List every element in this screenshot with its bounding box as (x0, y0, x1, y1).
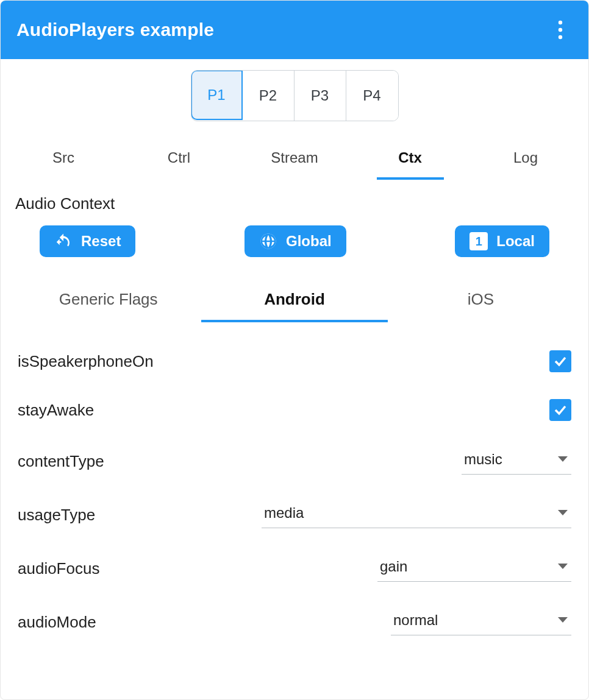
audio-mode-dropdown[interactable]: normal (391, 609, 571, 635)
player-tab-p1[interactable]: P1 (191, 70, 243, 120)
setting-label: usageType (18, 506, 95, 525)
tab-label: Generic Flags (59, 290, 158, 308)
player-selector: P1 P2 P3 P4 (1, 59, 588, 132)
dropdown-value: media (264, 504, 304, 521)
local-button[interactable]: 1 Local (455, 225, 549, 257)
main-tabs: Src Ctrl Stream Ctx Log (1, 132, 588, 180)
kebab-menu-button[interactable] (548, 18, 573, 42)
chevron-down-icon (558, 510, 568, 515)
dropdown-value: gain (380, 558, 407, 575)
player-tab-p4[interactable]: P4 (346, 71, 398, 121)
setting-label: contentType (18, 452, 104, 471)
button-label: Local (496, 233, 535, 250)
chevron-down-icon (558, 617, 568, 623)
button-label: Global (286, 233, 332, 250)
platform-tabs: Generic Flags Android iOS (15, 279, 574, 322)
player-tab-p2[interactable]: P2 (243, 71, 294, 121)
section-title: Audio Context (15, 194, 574, 213)
content-area: Audio Context Reset Global 1 Local Gener… (1, 180, 588, 699)
is-speakerphone-on-checkbox[interactable] (549, 350, 571, 372)
stay-awake-checkbox[interactable] (549, 399, 571, 421)
app-window: AudioPlayers example P1 P2 P3 P4 Src Ctr… (0, 0, 589, 700)
tab-generic-flags[interactable]: Generic Flags (15, 279, 201, 322)
setting-is-speakerphone-on: isSpeakerphoneOn (15, 337, 574, 386)
setting-stay-awake: stayAwake (15, 386, 574, 434)
button-label: Reset (81, 233, 121, 250)
undo-icon (54, 232, 73, 250)
tab-ctx[interactable]: Ctx (377, 138, 444, 180)
svg-point-1 (559, 28, 562, 32)
chevron-down-icon (558, 456, 568, 462)
tab-stream[interactable]: Stream (261, 138, 328, 180)
looks-one-icon: 1 (469, 232, 488, 250)
tab-label: Log (513, 149, 538, 166)
player-toggle-group: P1 P2 P3 P4 (191, 70, 399, 121)
tab-src[interactable]: Src (30, 138, 97, 180)
player-tab-label: P4 (363, 87, 380, 104)
app-bar: AudioPlayers example (1, 1, 588, 59)
tab-ios[interactable]: iOS (388, 279, 574, 322)
player-tab-label: P2 (259, 87, 277, 104)
tab-label: Android (264, 290, 325, 308)
tab-ctrl[interactable]: Ctrl (146, 138, 213, 180)
setting-content-type: contentType music (15, 434, 574, 488)
reset-button[interactable]: Reset (40, 225, 135, 257)
dropdown-value: normal (393, 612, 438, 629)
svg-point-2 (559, 35, 562, 39)
audio-focus-dropdown[interactable]: gain (377, 555, 571, 582)
tab-label: Ctx (398, 149, 422, 166)
setting-audio-focus: audioFocus gain (15, 542, 574, 595)
tab-label: Src (52, 149, 74, 166)
app-title: AudioPlayers example (16, 19, 214, 40)
context-actions: Reset Global 1 Local (15, 225, 574, 263)
player-tab-p3[interactable]: P3 (294, 71, 346, 121)
icon-text: 1 (476, 235, 482, 249)
setting-audio-mode: audioMode normal (15, 595, 574, 649)
tab-android[interactable]: Android (201, 279, 387, 322)
setting-usage-type: usageType media (15, 488, 574, 542)
content-type-dropdown[interactable]: music (462, 448, 571, 475)
setting-label: audioFocus (18, 559, 99, 578)
tab-log[interactable]: Log (492, 138, 559, 180)
setting-label: audioMode (18, 613, 96, 632)
svg-point-0 (559, 21, 562, 24)
android-settings: isSpeakerphoneOn stayAwake contentType m… (15, 337, 574, 649)
usage-type-dropdown[interactable]: media (262, 501, 571, 528)
tab-label: iOS (468, 290, 494, 308)
more-vertical-icon (558, 20, 563, 40)
checkmark-icon (553, 403, 568, 417)
chevron-down-icon (558, 564, 568, 569)
tab-label: Stream (271, 149, 318, 166)
setting-label: isSpeakerphoneOn (18, 352, 154, 371)
setting-label: stayAwake (18, 401, 94, 420)
tab-label: Ctrl (168, 149, 190, 166)
player-tab-label: P1 (207, 87, 225, 104)
player-tab-label: P3 (311, 87, 329, 104)
dropdown-value: music (464, 451, 502, 468)
checkmark-icon (553, 354, 568, 369)
global-button[interactable]: Global (245, 225, 346, 257)
globe-icon (259, 232, 277, 250)
